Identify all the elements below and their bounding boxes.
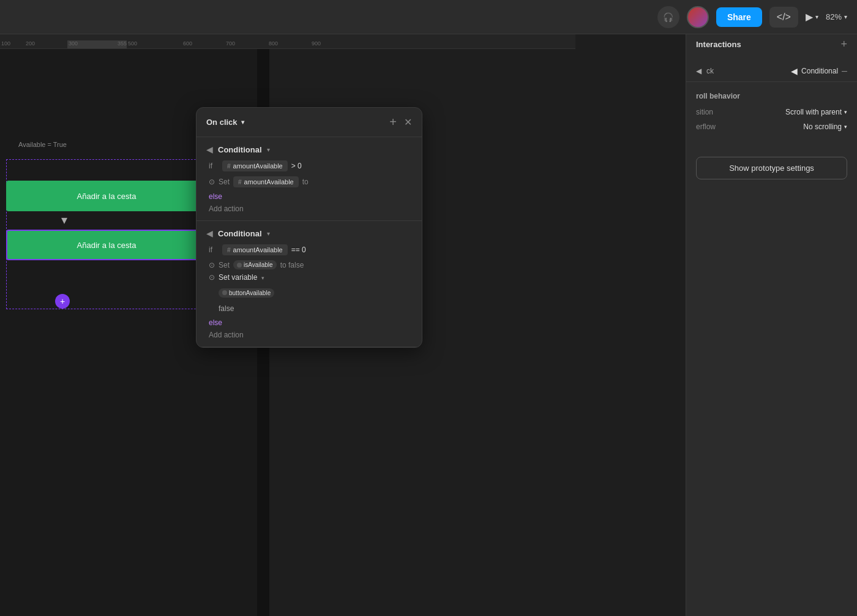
op-val-1: > 0 bbox=[291, 162, 302, 170]
ruler-tick: 500 bbox=[127, 40, 182, 48]
interaction-left: ◀ ck bbox=[696, 67, 714, 75]
conditional-header-2: ◀ Conditional ▾ bbox=[206, 228, 412, 238]
ruler-tick: 700 bbox=[225, 40, 268, 48]
button-available-row: buttonAvailable bbox=[219, 287, 412, 298]
scroll-position-row: sition Scroll with parent ▾ bbox=[696, 108, 847, 116]
ruler-tick: 900 bbox=[310, 40, 335, 48]
conditional-arrow-icon: ◀ bbox=[791, 66, 798, 76]
scroll-overflow-value[interactable]: No scrolling ▾ bbox=[803, 122, 847, 131]
if-keyword-2: if bbox=[209, 246, 219, 254]
add-action-btn-2[interactable]: Add action bbox=[209, 331, 412, 339]
scroll-overflow-row: erflow No scrolling ▾ bbox=[696, 122, 847, 131]
scroll-behavior-section: roll behavior sition Scroll with parent … bbox=[686, 82, 857, 147]
ruler-tick: 100 bbox=[0, 40, 24, 48]
scroll-behavior-title: roll behavior bbox=[696, 92, 847, 100]
conditional-header-1: ◀ Conditional ▾ bbox=[206, 145, 412, 154]
shield-icon-2: ⊙ bbox=[209, 261, 215, 269]
share-button[interactable]: Share bbox=[716, 7, 762, 27]
interaction-popup: On click ▾ + ✕ ◀ Conditional ▾ if # amou… bbox=[196, 107, 422, 348]
conditional-chevron-1: ▾ bbox=[267, 146, 270, 153]
show-prototype-settings-button[interactable]: Show prototype settings bbox=[696, 157, 847, 179]
conditional-chevron-2: ▾ bbox=[267, 230, 270, 237]
amount-available-var-2[interactable]: # amountAvailable bbox=[222, 244, 288, 255]
popup-header: On click ▾ + ✕ bbox=[196, 108, 422, 137]
if-keyword-1: if bbox=[209, 162, 219, 170]
ruler-bar: 100 200 300 355 500 600 700 800 900 bbox=[0, 34, 575, 49]
to-keyword-1: to bbox=[302, 178, 309, 186]
to-false-1: to false bbox=[280, 261, 304, 269]
ruler-tick: 600 bbox=[182, 40, 225, 48]
set-keyword-2: Set bbox=[219, 261, 230, 269]
right-panel: Design Prototype Interactions + ◀ ck ◀ C… bbox=[686, 0, 857, 616]
action-row-2a: ⊙ Set isAvailable to false bbox=[209, 260, 412, 269]
drop-arrow: ▾ bbox=[61, 212, 67, 227]
arrow-icon: ◀ bbox=[696, 67, 702, 75]
scroll-position-label: sition bbox=[696, 108, 713, 116]
is-available-toggle-chip[interactable]: isAvailable bbox=[233, 260, 277, 269]
op-val-2: == 0 bbox=[291, 246, 306, 254]
if-row-1: if # amountAvailable > 0 bbox=[209, 160, 412, 171]
code-button[interactable]: </> bbox=[769, 7, 798, 28]
amount-available-var-1[interactable]: # amountAvailable bbox=[222, 160, 288, 171]
trigger-label: On click bbox=[206, 118, 238, 127]
popup-add-button[interactable]: + bbox=[389, 115, 397, 129]
interaction-row: ◀ ck ◀ Conditional – bbox=[686, 61, 857, 82]
popup-trigger[interactable]: On click ▾ bbox=[206, 118, 244, 127]
set-keyword-1: Set bbox=[219, 178, 230, 186]
conditional-block-2: ◀ Conditional ▾ if # amountAvailable == … bbox=[196, 221, 422, 347]
available-true-label: Available = True bbox=[18, 141, 67, 148]
headphone-icon-btn[interactable]: 🎧 bbox=[657, 6, 679, 28]
conditional-arrow-icon-2: ◀ bbox=[206, 228, 213, 238]
conditional-block-1: ◀ Conditional ▾ if # amountAvailable > 0… bbox=[196, 137, 422, 221]
popup-close-button[interactable]: ✕ bbox=[404, 116, 412, 128]
popup-header-actions: + ✕ bbox=[389, 115, 412, 129]
interactions-section: Interactions + ◀ ck ◀ Conditional – bbox=[686, 28, 857, 82]
add-action-btn-1[interactable]: Add action bbox=[209, 205, 412, 213]
topbar: 🎧 Share </> ▶ ▾ 82% ▾ bbox=[0, 0, 857, 34]
action-row-1: ⊙ Set # amountAvailable to bbox=[209, 176, 412, 187]
ruler-tick: 355 bbox=[116, 40, 127, 48]
false-value: false bbox=[219, 304, 234, 313]
shield-icon-3: ⊙ bbox=[209, 273, 215, 282]
conditional-label-1[interactable]: Conditional bbox=[218, 145, 262, 154]
play-button[interactable]: ▶ ▾ bbox=[806, 11, 818, 23]
interactions-title: Interactions bbox=[696, 40, 741, 49]
ruler-tick: 800 bbox=[268, 40, 310, 48]
interaction-right: ◀ Conditional – bbox=[791, 66, 847, 77]
shield-icon-1: ⊙ bbox=[209, 178, 215, 186]
if-row-2: if # amountAvailable == 0 bbox=[209, 244, 412, 255]
set-variable-label[interactable]: Set variable ▾ bbox=[219, 273, 264, 282]
popup-body: ◀ Conditional ▾ if # amountAvailable > 0… bbox=[196, 137, 422, 347]
conditional-label-2[interactable]: Conditional bbox=[218, 229, 262, 238]
interaction-action[interactable]: Conditional bbox=[801, 67, 838, 75]
zoom-display[interactable]: 82% ▾ bbox=[826, 12, 847, 21]
add-frame-button[interactable]: + bbox=[55, 294, 70, 309]
interaction-trigger: ck bbox=[706, 67, 714, 75]
else-label-1: else bbox=[209, 192, 410, 201]
false-value-row: false bbox=[219, 302, 412, 314]
ruler-tick: 200 bbox=[24, 40, 67, 48]
remove-interaction-icon[interactable]: – bbox=[842, 66, 847, 77]
ruler-tick: 300 bbox=[67, 40, 116, 48]
set-var-row: ⊙ Set variable ▾ bbox=[209, 273, 412, 282]
else-label-2: else bbox=[209, 318, 410, 327]
add-cart-button-1[interactable]: Añadir a la cesta bbox=[6, 181, 207, 211]
add-interaction-button[interactable]: + bbox=[840, 38, 847, 51]
scroll-position-value[interactable]: Scroll with parent ▾ bbox=[785, 108, 847, 116]
button-available-chip[interactable]: buttonAvailable bbox=[219, 288, 274, 298]
action-var-chip-1[interactable]: # amountAvailable bbox=[233, 176, 299, 187]
trigger-chevron: ▾ bbox=[241, 119, 244, 126]
conditional-arrow-icon-1: ◀ bbox=[206, 145, 213, 154]
scroll-overflow-label: erflow bbox=[696, 122, 716, 131]
add-cart-button-3[interactable]: Añadir a la cesta bbox=[6, 230, 207, 260]
avatar[interactable] bbox=[687, 6, 709, 28]
